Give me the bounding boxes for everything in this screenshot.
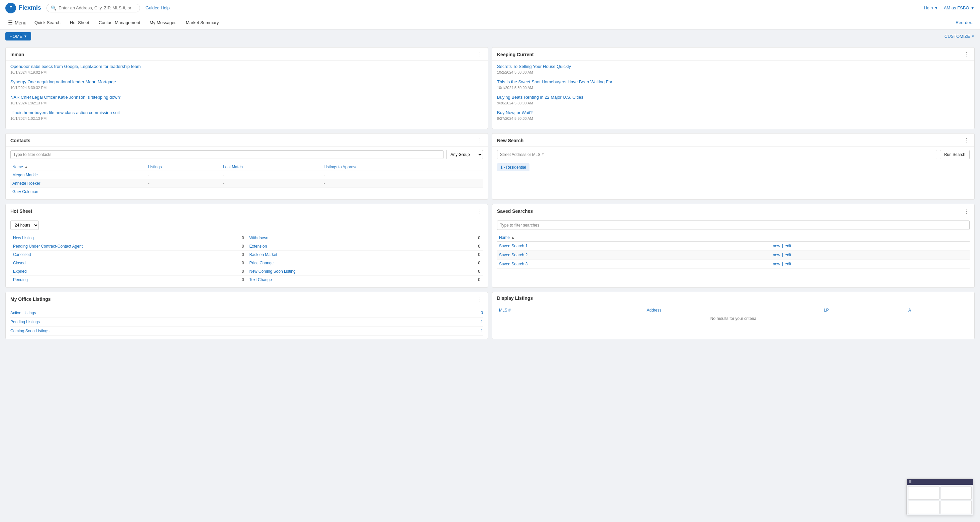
nav-my-messages[interactable]: My Messages [145, 19, 180, 26]
hotsheet-expired[interactable]: Expired [13, 269, 27, 274]
office-listing-coming-soon[interactable]: Coming Soon Listings [10, 329, 49, 333]
user-menu-button[interactable]: AM as FSBO ▼ [944, 5, 975, 10]
kc-news-link-3[interactable]: Buying Beats Renting in 22 Major U.S. Ci… [497, 95, 970, 100]
office-listings-menu-button[interactable]: ⋮ [477, 296, 483, 303]
new-search-widget: New Search ⋮ Run Search 1 - Residential [492, 133, 975, 200]
global-search-bar[interactable]: 🔍 [46, 4, 140, 13]
kc-news-item: This Is the Sweet Spot Homebuyers Have B… [497, 79, 970, 90]
hotsheet-withdrawn[interactable]: Withdrawn [250, 236, 269, 240]
contacts-col-listings[interactable]: Listings [146, 163, 221, 171]
saved-searches-widget: Saved Searches ⋮ Name ▲ Saved [492, 204, 975, 288]
display-listings-body: MLS # Address LP A [492, 303, 974, 326]
hotsheet-back-on-market[interactable]: Back on Market [250, 252, 277, 257]
contacts-col-name[interactable]: Name ▲ [10, 163, 146, 171]
help-button[interactable]: Help ▼ [924, 5, 938, 10]
saved-search-link-1[interactable]: Saved Search 1 [499, 243, 527, 248]
contacts-group-select[interactable]: Any Group Group 1 Group 2 [446, 150, 483, 159]
news-link-1[interactable]: Opendoor nabs execs from Google, LegalZo… [10, 64, 483, 69]
global-search-input[interactable] [59, 5, 132, 10]
sort-arrow-icon: ▲ [511, 235, 515, 240]
display-col-lp[interactable]: LP [822, 307, 906, 314]
hotsheet-row: Back on Market 0 [247, 251, 483, 259]
hot-sheet-widget: Hot Sheet ⋮ 24 hours 48 hours 72 hours 1… [5, 204, 488, 288]
hotsheet-count: 0 [478, 269, 480, 274]
saved-search-link-3[interactable]: Saved Search 3 [499, 262, 527, 266]
contacts-col-listings-to-approve[interactable]: Listings to Approve [322, 163, 483, 171]
news-link-3[interactable]: NAR Chief Legal Officer Katie Johnson is… [10, 95, 483, 100]
display-col-a[interactable]: A [907, 307, 970, 314]
contact-link[interactable]: Annette Roeker [13, 181, 40, 186]
saved-search-new-3[interactable]: new [773, 262, 780, 266]
keeping-current-title: Keeping Current [497, 52, 534, 57]
search-type-tag[interactable]: 1 - Residential [497, 163, 530, 171]
hotsheet-row: Expired 0 [10, 267, 247, 276]
hotsheet-count: 0 [242, 269, 244, 274]
news-date-3: 10/1/2024 1:02:13 PM [10, 101, 46, 105]
home-dropdown-button[interactable]: HOME ▼ [5, 32, 31, 40]
saved-searches-menu-button[interactable]: ⋮ [964, 207, 970, 215]
saved-search-link-2[interactable]: Saved Search 2 [499, 253, 527, 257]
inman-menu-button[interactable]: ⋮ [477, 51, 483, 58]
list-item: Pending Listings 1 [10, 318, 483, 326]
kc-news-date-1: 10/2/2024 5:30:00 AM [497, 70, 533, 74]
hotsheet-cancelled[interactable]: Cancelled [13, 252, 31, 257]
hotsheet-price-change[interactable]: Price Change [250, 261, 274, 265]
contacts-col-last-match[interactable]: Last Match [221, 163, 322, 171]
hotsheet-text-change[interactable]: Text Change [250, 277, 272, 282]
hot-sheet-menu-button[interactable]: ⋮ [477, 207, 483, 215]
address-input[interactable] [497, 150, 937, 159]
hotsheet-right-col: Withdrawn 0 Extension 0 Back on Market 0… [247, 234, 483, 284]
news-link-2[interactable]: Synergy One acquiring national lender Ma… [10, 79, 483, 84]
display-col-address[interactable]: Address [644, 307, 822, 314]
contact-link[interactable]: Gary Coleman [13, 189, 38, 194]
kc-news-item: Buy Now, or Wait? 9/27/2024 5:30:00 AM [497, 110, 970, 121]
guided-help-link[interactable]: Guided Help [145, 5, 170, 10]
hotsheet-pending[interactable]: Pending [13, 277, 28, 282]
news-date-4: 10/1/2024 1:02:13 PM [10, 116, 46, 121]
saved-search-new-2[interactable]: new [773, 253, 780, 257]
saved-searches-filter-input[interactable] [497, 221, 970, 230]
kc-news-link-1[interactable]: Secrets To Selling Your House Quickly [497, 64, 970, 69]
saved-search-edit-1[interactable]: edit [785, 243, 791, 248]
contact-link[interactable]: Megan Markle [13, 173, 38, 177]
saved-searches-col-name[interactable]: Name ▲ [497, 234, 770, 242]
hotsheet-row: Price Change 0 [247, 259, 483, 267]
hotsheet-pending-contract[interactable]: Pending Under Contract-Contact Agent [13, 244, 83, 248]
hotsheet-count: 0 [478, 252, 480, 257]
secondary-nav: ☰ Menu Quick Search Hot Sheet Contact Ma… [0, 16, 980, 29]
contact-listings-approve-1: - [322, 179, 483, 188]
nav-quick-search[interactable]: Quick Search [30, 19, 65, 26]
contacts-menu-button[interactable]: ⋮ [477, 137, 483, 144]
hotsheet-closed[interactable]: Closed [13, 261, 25, 265]
hotsheet-new-listing[interactable]: New Listing [13, 236, 34, 240]
chevron-down-icon-customize: ▼ [971, 35, 975, 38]
nav-market-summary[interactable]: Market Summary [181, 19, 223, 26]
saved-search-edit-2[interactable]: edit [785, 253, 791, 257]
kc-news-link-4[interactable]: Buy Now, or Wait? [497, 110, 970, 115]
nav-contact-management[interactable]: Contact Management [95, 19, 144, 26]
hotsheet-new-coming-soon[interactable]: New Coming Soon Listing [250, 269, 296, 274]
contact-listings-2: - [146, 188, 221, 196]
office-listing-pending[interactable]: Pending Listings [10, 320, 40, 324]
saved-searches-table: Name ▲ Saved Search 1 new | edit [497, 234, 970, 269]
saved-search-edit-3[interactable]: edit [785, 262, 791, 266]
saved-search-new-1[interactable]: new [773, 243, 780, 248]
hotsheet-extension[interactable]: Extension [250, 244, 267, 248]
contacts-filter-input[interactable] [10, 150, 444, 159]
contacts-filter-row: Any Group Group 1 Group 2 [10, 150, 483, 159]
customize-button[interactable]: CUSTOMIZE ▼ [945, 34, 975, 39]
menu-button[interactable]: ☰ Menu [5, 18, 29, 27]
reorder-button[interactable]: Reorder... [956, 20, 975, 25]
hotsheet-left-col: New Listing 0 Pending Under Contract-Con… [10, 234, 247, 284]
new-search-row: Run Search [497, 150, 970, 159]
news-link-4[interactable]: Illinois homebuyers file new class-actio… [10, 110, 483, 115]
run-search-button[interactable]: Run Search [940, 150, 970, 159]
display-col-mls[interactable]: MLS # [497, 307, 644, 314]
kc-news-link-2[interactable]: This Is the Sweet Spot Homebuyers Have B… [497, 79, 970, 84]
new-search-menu-button[interactable]: ⋮ [964, 137, 970, 144]
keeping-current-header: Keeping Current ⋮ [492, 48, 974, 60]
nav-hot-sheet[interactable]: Hot Sheet [66, 19, 93, 26]
hours-select[interactable]: 24 hours 48 hours 72 hours 1 week [10, 221, 39, 230]
office-listing-active[interactable]: Active Listings [10, 310, 36, 315]
keeping-current-menu-button[interactable]: ⋮ [964, 51, 970, 58]
